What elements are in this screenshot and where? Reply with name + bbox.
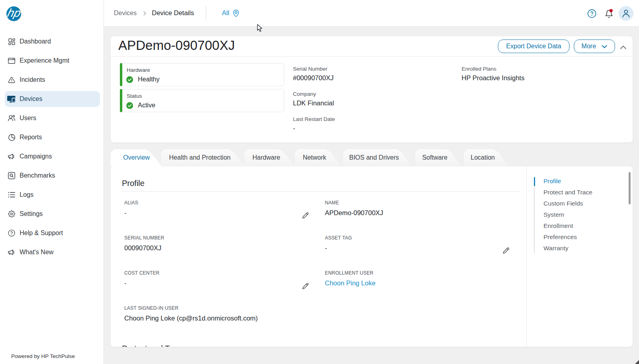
svg-text:hp: hp <box>6 6 21 19</box>
